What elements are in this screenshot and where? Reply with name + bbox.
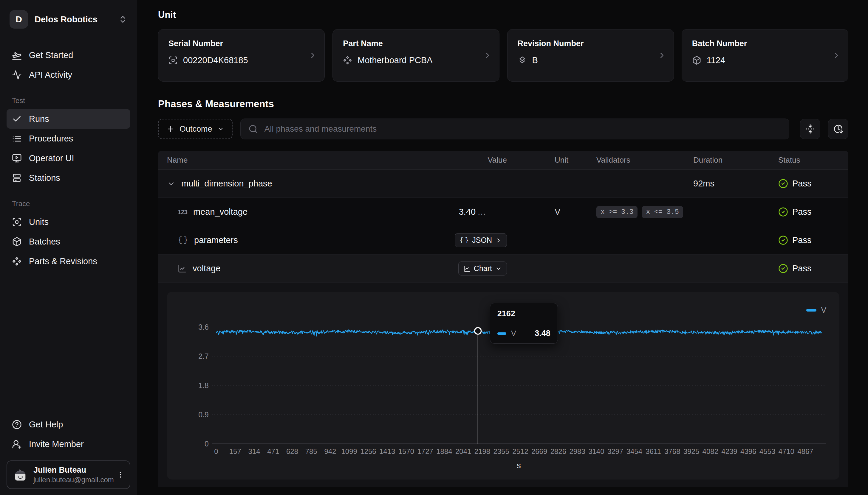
line-chart-icon (463, 265, 471, 272)
sidebar: D Delos Robotics Get Started API Activit… (0, 0, 137, 495)
part-name-card[interactable]: Part Name Motherboard PCBA (332, 29, 499, 82)
table-row-mean-voltage[interactable]: 123 mean_voltage 3.40 … V x >= 3.3 x <= … (158, 198, 848, 226)
sidebar-item-get-started[interactable]: Get Started (6, 45, 130, 65)
chevron-down-icon (217, 125, 224, 133)
measurement-name: voltage (193, 263, 220, 273)
chevron-right-icon (657, 51, 667, 60)
search-icon (248, 124, 258, 134)
svg-text:3611: 3611 (645, 447, 661, 455)
svg-text:2355: 2355 (493, 447, 509, 455)
sidebar-item-api-activity[interactable]: API Activity (6, 65, 130, 85)
value-ellipsis: … (476, 207, 486, 217)
history-button[interactable] (828, 119, 848, 139)
fold-vertical-icon (805, 124, 815, 134)
table-row-parameters[interactable]: { } parameters { } JSON (158, 226, 848, 255)
col-header-unit: Unit (507, 155, 585, 165)
json-chip-button[interactable]: { } JSON (455, 233, 507, 247)
svg-text:2983: 2983 (569, 447, 585, 455)
status-badge: Pass (792, 179, 811, 189)
table-header: Name Value Unit Validators Duration Stat… (158, 151, 848, 170)
sidebar-item-label: Operator UI (29, 153, 74, 163)
chevron-right-icon (495, 237, 502, 244)
unit-cards: Serial Number 00220D4K68185 Part Name (158, 29, 848, 82)
plus-icon (166, 125, 175, 133)
sidebar-item-invite-member[interactable]: Invite Member (6, 434, 130, 454)
status-badge: Pass (792, 263, 811, 273)
sidebar-item-parts-revisions[interactable]: Parts & Revisions (6, 251, 130, 271)
svg-text:471: 471 (267, 447, 279, 455)
status-badge: Pass (792, 235, 811, 245)
col-header-name: Name (167, 155, 435, 165)
card-label: Serial Number (168, 39, 314, 48)
org-switcher[interactable]: D Delos Robotics (6, 8, 130, 31)
svg-text:2826: 2826 (551, 447, 566, 455)
serial-number-card[interactable]: Serial Number 00220D4K68185 (158, 29, 325, 82)
user-name: Julien Buteau (33, 465, 111, 475)
svg-text:1727: 1727 (417, 447, 433, 455)
sidebar-item-batches[interactable]: Batches (6, 232, 130, 251)
sidebar-item-label: Batches (29, 237, 60, 246)
component-icon (343, 56, 352, 65)
measurement-unit: V (507, 207, 585, 217)
svg-text:4553: 4553 (759, 447, 775, 455)
svg-text:0.9: 0.9 (198, 410, 209, 419)
chart-chip-button[interactable]: Chart (458, 261, 507, 275)
phases-table: Name Value Unit Validators Duration Stat… (158, 151, 848, 487)
svg-text:1.8: 1.8 (198, 381, 209, 390)
chevron-right-icon (483, 51, 492, 60)
svg-text:4867: 4867 (797, 447, 813, 455)
svg-text:4082: 4082 (703, 447, 718, 455)
org-name: Delos Robotics (35, 15, 98, 24)
scan-icon (12, 217, 22, 227)
chevron-right-icon (308, 51, 317, 60)
legend-series-dash (806, 309, 816, 311)
org-avatar: D (10, 10, 28, 29)
user-menu[interactable]: Julien Buteau julien.buteau@gmail.com (6, 460, 130, 489)
sidebar-item-procedures[interactable]: Procedures (6, 129, 130, 148)
svg-text:1570: 1570 (398, 447, 414, 455)
sidebar-item-stations[interactable]: Stations (6, 168, 130, 188)
chevron-down-icon[interactable] (167, 180, 175, 188)
batch-number-card[interactable]: Batch Number 1124 (682, 29, 848, 82)
scan-icon (168, 56, 178, 65)
tooltip-divider (490, 324, 558, 324)
user-email: julien.buteau@gmail.com (33, 475, 111, 484)
svg-text:2512: 2512 (512, 447, 528, 455)
line-chart-icon (178, 264, 187, 273)
braces-icon: { } (460, 237, 469, 244)
box-icon (12, 237, 22, 246)
collapse-all-button[interactable] (800, 119, 820, 139)
svg-text:1413: 1413 (379, 447, 395, 455)
svg-text:4710: 4710 (779, 447, 795, 455)
braces-icon: { } (178, 236, 188, 244)
monitor-play-icon (12, 153, 22, 163)
svg-text:2.7: 2.7 (198, 352, 209, 360)
table-row-phase[interactable]: multi_dimension_phase 92ms Pass (158, 170, 848, 198)
revision-number-card[interactable]: Revision Number B (507, 29, 674, 82)
search-input[interactable] (264, 124, 781, 134)
component-icon (12, 256, 22, 266)
sidebar-item-label: Get Help (29, 420, 63, 429)
app-window: D Delos Robotics Get Started API Activit… (0, 0, 868, 495)
table-row-voltage[interactable]: voltage Chart (158, 255, 848, 283)
sidebar-item-operator-ui[interactable]: Operator UI (6, 148, 130, 168)
search-bar[interactable] (240, 119, 789, 139)
part-name-value: Motherboard PCBA (358, 55, 432, 65)
chart-tooltip: 2162 V 3.48 (490, 303, 558, 344)
validator-chip: x <= 3.5 (642, 206, 683, 218)
svg-text:157: 157 (229, 447, 241, 455)
user-plus-icon (12, 439, 22, 449)
phase-duration: 92ms (683, 179, 769, 189)
sidebar-item-label: Procedures (29, 134, 73, 143)
sidebar-item-runs[interactable]: Runs (6, 109, 130, 129)
sidebar-nav: Get Started API Activity Test Runs Proce (6, 45, 130, 271)
col-header-validators: Validators (585, 155, 683, 165)
chart-legend: V (806, 306, 826, 315)
phase-name: multi_dimension_phase (181, 179, 272, 189)
validator-chip: x >= 3.3 (596, 206, 638, 218)
kebab-menu-icon[interactable] (117, 471, 124, 479)
sidebar-item-get-help[interactable]: Get Help (6, 414, 130, 434)
svg-text:1099: 1099 (341, 447, 357, 455)
outcome-filter-button[interactable]: Outcome (158, 119, 233, 139)
sidebar-item-units[interactable]: Units (6, 212, 130, 232)
